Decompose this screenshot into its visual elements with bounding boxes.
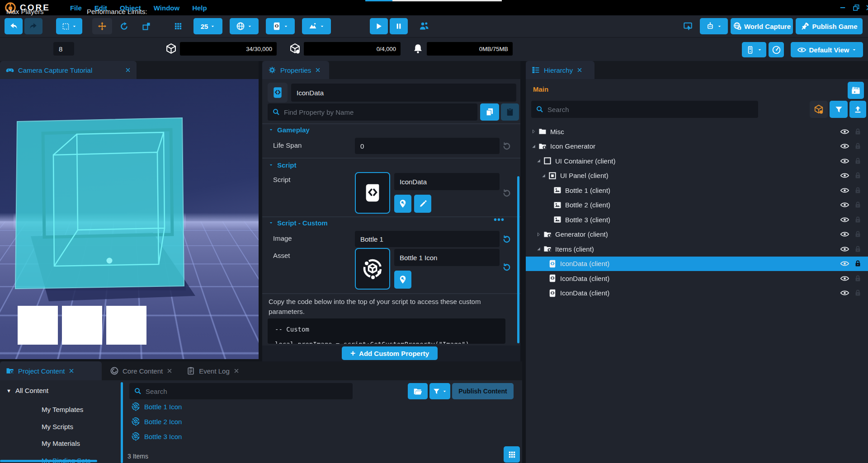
asset-item[interactable]: Bottle 1 Icon xyxy=(131,402,182,411)
filter-button[interactable] xyxy=(830,101,848,118)
performance-gauge-button[interactable] xyxy=(769,42,784,57)
close-icon[interactable] xyxy=(315,67,321,73)
tree-expanded-arrow-icon[interactable] xyxy=(535,158,542,164)
custom-section-header[interactable]: Script - Custom xyxy=(269,219,328,227)
max-players-field[interactable]: 8 xyxy=(53,42,74,56)
scene-viewport[interactable] xyxy=(0,79,259,359)
tree-row[interactable]: Items (client) xyxy=(526,242,868,257)
close-icon[interactable] xyxy=(68,368,75,374)
image-value-field[interactable]: Bottle 1 xyxy=(355,231,500,247)
lock-icon[interactable] xyxy=(854,215,862,224)
grid-view-button[interactable] xyxy=(504,446,520,463)
lock-icon[interactable] xyxy=(854,259,862,268)
tree-row[interactable]: Bottle 3 (client) xyxy=(526,212,868,227)
visibility-eye-icon[interactable] xyxy=(840,288,849,298)
sidebar-divider-scrollbar[interactable] xyxy=(121,382,123,463)
find-asset-button[interactable] xyxy=(394,271,411,289)
section-menu-button[interactable]: ••• xyxy=(494,215,505,225)
content-search[interactable] xyxy=(129,383,353,399)
tree-row[interactable]: Icon Generator xyxy=(526,139,868,154)
tree-row[interactable]: Bottle 1 (client) xyxy=(526,183,868,198)
window-restore-button[interactable] xyxy=(852,4,860,12)
close-icon[interactable] xyxy=(233,368,240,374)
menu-window[interactable]: Window xyxy=(154,4,179,12)
scale-tool-button[interactable] xyxy=(137,18,156,34)
close-icon[interactable] xyxy=(166,368,173,374)
move-tool-button[interactable] xyxy=(92,18,112,34)
sidebar-item-all-content[interactable]: ▼ All Content xyxy=(6,387,48,394)
publish-game-button[interactable]: Publish Game xyxy=(796,18,863,34)
export-button[interactable] xyxy=(849,101,866,118)
world-capture-button[interactable]: World Capture xyxy=(731,18,793,34)
hierarchy-tab[interactable]: Hierarchy xyxy=(526,61,594,79)
visibility-eye-icon[interactable] xyxy=(840,215,849,224)
lock-icon[interactable] xyxy=(854,171,862,180)
lock-icon[interactable] xyxy=(854,186,862,195)
script-value-field[interactable]: IconData xyxy=(394,173,500,190)
property-search[interactable] xyxy=(268,103,477,121)
visibility-eye-icon[interactable] xyxy=(840,171,849,180)
hierarchy-search[interactable] xyxy=(531,101,758,118)
visibility-eye-icon[interactable] xyxy=(840,274,849,283)
visibility-eye-icon[interactable] xyxy=(840,244,849,254)
properties-tab[interactable]: Properties xyxy=(262,61,329,79)
visibility-eye-icon[interactable] xyxy=(840,259,849,268)
reset-icon[interactable] xyxy=(502,262,512,271)
object-name-field[interactable]: IconData xyxy=(291,84,516,102)
tree-collapsed-arrow-icon[interactable] xyxy=(535,232,542,237)
menu-help[interactable]: Help xyxy=(192,4,207,12)
tab-project-content[interactable]: Project Content xyxy=(0,361,102,380)
terrain-dropdown[interactable] xyxy=(302,18,331,34)
local-server-dropdown[interactable] xyxy=(742,42,766,57)
pause-button[interactable] xyxy=(390,18,408,34)
lock-icon[interactable] xyxy=(854,230,862,239)
asset-item[interactable]: Bottle 2 Icon xyxy=(131,417,182,426)
script-asset-thumbnail[interactable] xyxy=(355,172,390,214)
tree-row[interactable]: UI Container (client) xyxy=(526,154,868,168)
tree-row[interactable]: IconData (client) xyxy=(526,257,868,271)
sidebar-item-my-materials[interactable]: My Materials xyxy=(42,440,80,447)
tree-row[interactable]: Misc xyxy=(526,124,868,139)
lock-icon[interactable] xyxy=(854,245,862,253)
reset-icon[interactable] xyxy=(502,140,512,150)
window-minimize-button[interactable] xyxy=(839,4,847,12)
content-search-input[interactable] xyxy=(146,388,348,395)
reset-icon[interactable] xyxy=(502,187,512,197)
content-filter-dropdown[interactable] xyxy=(429,383,450,399)
tree-collapsed-arrow-icon[interactable] xyxy=(530,129,537,134)
default-view-dropdown[interactable]: Default View xyxy=(791,42,863,57)
tree-expanded-arrow-icon[interactable] xyxy=(540,173,547,178)
hierarchy-search-input[interactable] xyxy=(547,106,754,113)
new-folder-button[interactable] xyxy=(408,383,428,399)
publish-content-button[interactable]: Publish Content xyxy=(452,383,514,399)
viewport-tab[interactable]: Camera Capture Tutorial xyxy=(0,61,137,79)
close-icon[interactable] xyxy=(125,67,131,73)
lock-icon[interactable] xyxy=(854,142,862,150)
visibility-eye-icon[interactable] xyxy=(840,186,849,195)
snap-grid-button[interactable] xyxy=(168,18,188,34)
bot-dropdown[interactable] xyxy=(700,18,728,34)
multiplayer-preview-button[interactable] xyxy=(414,18,434,34)
code-snippet-box[interactable]: -- Custom local propImage = script:GetCu… xyxy=(268,318,505,344)
play-button[interactable] xyxy=(370,18,388,34)
copy-properties-button[interactable] xyxy=(480,103,499,121)
script-dropdown[interactable] xyxy=(266,18,295,34)
paste-properties-button[interactable] xyxy=(501,103,519,121)
sidebar-item-my-templates[interactable]: My Templates xyxy=(42,406,83,413)
horizontal-scrollbar[interactable] xyxy=(0,460,97,462)
menu-file[interactable]: File xyxy=(70,4,82,12)
sidebar-item-my-scripts[interactable]: My Scripts xyxy=(42,423,73,430)
tree-row[interactable]: Generator (client) xyxy=(526,227,868,242)
visibility-eye-icon[interactable] xyxy=(840,229,849,239)
tab-event-log[interactable]: Event Log xyxy=(181,361,245,380)
lock-icon[interactable] xyxy=(854,127,862,136)
tree-row[interactable]: UI Panel (client) xyxy=(526,168,868,183)
add-custom-property-button[interactable]: + Add Custom Property xyxy=(342,346,438,360)
find-script-button[interactable] xyxy=(394,195,411,213)
script-section-header[interactable]: Script xyxy=(269,161,297,169)
property-search-input[interactable] xyxy=(284,108,473,116)
selection-mode-button[interactable] xyxy=(56,18,82,34)
networked-filter-button[interactable] xyxy=(810,101,828,118)
rotate-tool-button[interactable] xyxy=(114,18,134,34)
lock-icon[interactable] xyxy=(854,289,862,297)
